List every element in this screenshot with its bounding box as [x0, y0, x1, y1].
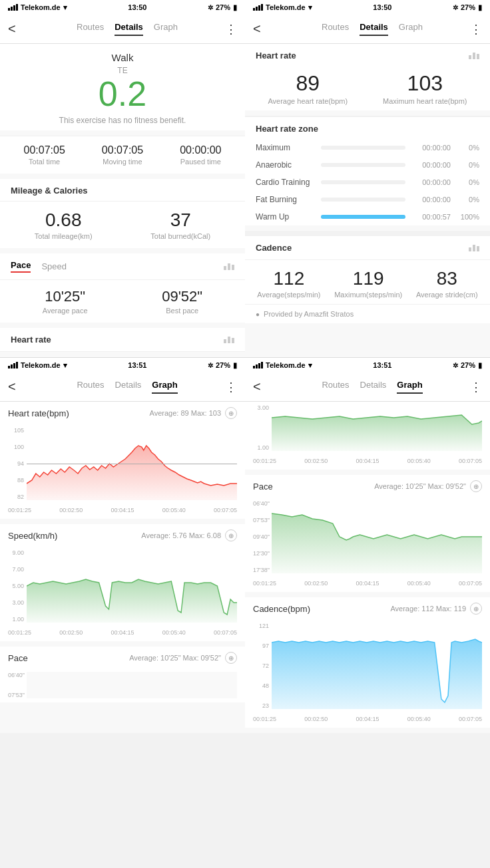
cadence-chart-svg: [272, 623, 482, 709]
bluetooth-icon-4: ✲: [453, 362, 458, 369]
mileage-section: Mileage & Calories 0.68 Total mileage(km…: [0, 179, 245, 248]
cadence-expand-btn[interactable]: ⊕: [470, 603, 482, 615]
wifi-icon: ▾: [63, 3, 67, 12]
bluetooth-icon-2: ✲: [453, 4, 458, 11]
te-label: TE: [11, 66, 234, 75]
battery-icon-4: ▮: [478, 361, 482, 370]
heartrate-chart-icon[interactable]: [224, 337, 234, 343]
tab-routes-3[interactable]: Routes: [77, 380, 104, 394]
tab-routes-4[interactable]: Routes: [322, 380, 349, 394]
provided-by: ● Provided by Amazfit Stratos: [245, 304, 490, 323]
te-value: 0.2: [11, 75, 234, 113]
tab-details-3[interactable]: Details: [115, 380, 142, 394]
average-pace: 10'25" Average pace: [43, 288, 88, 315]
pace-time-axis: 00:01:25 00:02:50 00:04:15 00:05:40 00:0…: [245, 579, 490, 592]
back-button-2[interactable]: <: [253, 21, 269, 37]
speed-chart-svg: [27, 549, 237, 623]
speed-time-axis: 00:01:25 00:02:50 00:04:15 00:05:40 00:0…: [0, 628, 245, 641]
zone-warmup: Warm Up 00:00:57 100%: [245, 208, 490, 225]
cadence-graph-section: Cadence(bpm) Average: 112 Max: 119 ⊕ 121…: [245, 597, 490, 728]
time-display-4: 13:51: [373, 361, 391, 369]
chart-icon[interactable]: [224, 263, 234, 270]
heartrate-section-1: Heart rate: [0, 328, 245, 352]
cadence-graph-title: Cadence(bpm): [253, 604, 310, 614]
back-button-3[interactable]: <: [8, 379, 24, 394]
elevation-time-axis: 00:01:25 00:02:50 00:04:15 00:05:40 00:0…: [245, 456, 490, 470]
tab-routes-1[interactable]: Routes: [77, 22, 104, 36]
avg-stride: 83 Average stride(cm): [416, 268, 478, 299]
total-calories: 37 Total burned(kCal): [150, 210, 210, 240]
hr-section-title: Heart rate: [256, 51, 296, 61]
screen-details-right: Telekom.de ▾ 13:50 ✲ 27% ▮ < Routes Deta…: [245, 0, 490, 357]
tab-details-2[interactable]: Details: [360, 22, 388, 36]
best-pace: 09'52" Best pace: [162, 288, 202, 315]
carrier-name-3: Telekom.de: [21, 361, 61, 369]
zone-cardio: Cardio Training 00:00:00 0%: [245, 174, 490, 191]
hr-zone-title: Heart rate zone: [245, 116, 490, 139]
cadence-graph-container: 121 97 72 48 23: [245, 620, 490, 714]
screen-details-left: Telekom.de ▾ 13:50 ✲ 27% ▮ < Routes Deta…: [0, 0, 245, 357]
screen-graph-right: Telekom.de ▾ 13:51 ✲ 27% ▮ < Routes Deta…: [245, 357, 490, 733]
mileage-title: Mileage & Calories: [0, 179, 245, 202]
carrier-name-2: Telekom.de: [266, 3, 306, 11]
time-display: 13:50: [128, 3, 146, 11]
nav-bar-1: < Routes Details Graph ⋮: [0, 15, 245, 44]
speed-graph-stats: Average: 5.76 Max: 6.08: [141, 531, 221, 539]
battery-icon: ▮: [233, 3, 237, 12]
avg-hr: 89 Average heart rate(bpm): [268, 71, 348, 105]
signal-icon-3: [8, 362, 18, 368]
pace-expand-btn[interactable]: ⊕: [470, 480, 482, 492]
total-time: 00:07:05 Total time: [24, 144, 65, 166]
battery-pct-2: 27%: [461, 3, 475, 11]
nav-bar-4: < Routes Details Graph ⋮: [245, 372, 490, 402]
battery-icon-2: ▮: [478, 3, 482, 12]
more-button-1[interactable]: ⋮: [225, 22, 237, 37]
more-button-4[interactable]: ⋮: [470, 380, 482, 394]
pace-graph-title-partial: Pace: [8, 653, 28, 663]
paused-time: 00:00:00 Paused time: [180, 144, 221, 166]
more-button-3[interactable]: ⋮: [225, 380, 237, 394]
back-button-4[interactable]: <: [253, 379, 269, 394]
bluetooth-icon-3: ✲: [208, 362, 213, 369]
tab-details-1[interactable]: Details: [115, 22, 143, 36]
hr-expand-btn[interactable]: ⊕: [225, 407, 237, 419]
signal-icon: [8, 4, 18, 11]
pace-graph-section: Pace Average: 10'25" Max: 09'52" ⊕ 06'40…: [245, 475, 490, 592]
status-bar-2: Telekom.de ▾ 13:50 ✲ 27% ▮: [245, 0, 490, 15]
status-bar-3: Telekom.de ▾ 13:51 ✲ 27% ▮: [0, 358, 245, 372]
max-cadence: 119 Maximum(steps/min): [334, 268, 402, 299]
moving-time: 00:07:05 Moving time: [102, 144, 143, 166]
tab-graph-1[interactable]: Graph: [154, 22, 178, 36]
tab-graph-3[interactable]: Graph: [152, 380, 177, 394]
back-button[interactable]: <: [8, 21, 24, 37]
te-description: This exercise has no fitness benefit.: [11, 116, 234, 125]
pace-graph-title: Pace: [253, 482, 273, 492]
speed-graph-container: 9.00 7.00 5.00 3.00 1.00: [0, 547, 245, 628]
cadence-title: Cadence: [256, 243, 469, 253]
more-button-2[interactable]: ⋮: [470, 22, 482, 37]
speed-expand-btn[interactable]: ⊕: [225, 529, 237, 541]
pace-graph-stats: Average: 10'25" Max: 09'52": [374, 482, 466, 490]
tab-graph-4[interactable]: Graph: [397, 380, 422, 394]
tab-speed[interactable]: Speed: [41, 261, 67, 271]
hr-chart-icon[interactable]: [469, 53, 479, 59]
elevation-graph-container: 3.00 1.00: [245, 402, 490, 456]
cadence-section: Cadence 112 Average(steps/min) 119 Maxim…: [245, 231, 490, 323]
activity-type: Walk: [11, 52, 234, 63]
screen-graph-left: Telekom.de ▾ 13:51 ✲ 27% ▮ < Routes Deta…: [0, 357, 245, 733]
elevation-chart-svg: [272, 404, 482, 451]
carrier-name: Telekom.de: [21, 3, 61, 11]
tab-details-4[interactable]: Details: [360, 380, 387, 394]
status-bar-4: Telekom.de ▾ 13:51 ✲ 27% ▮: [245, 358, 490, 372]
total-mileage: 0.68 Total mileage(km): [35, 210, 93, 240]
tab-pace[interactable]: Pace: [11, 260, 31, 273]
tab-graph-2[interactable]: Graph: [399, 22, 423, 36]
signal-icon-2: [253, 4, 263, 11]
pace-expand-btn-partial[interactable]: ⊕: [225, 652, 237, 664]
tab-routes-2[interactable]: Routes: [322, 22, 349, 36]
cadence-graph-stats: Average: 112 Max: 119: [390, 605, 466, 613]
zone-maximum: Maximum 00:00:00 0%: [245, 139, 490, 156]
cadence-chart-icon[interactable]: [469, 245, 479, 251]
hr-zone-section: Heart rate zone Maximum 00:00:00 0% Anae…: [245, 116, 490, 225]
elevation-graph-section: 3.00 1.00: [245, 402, 490, 470]
